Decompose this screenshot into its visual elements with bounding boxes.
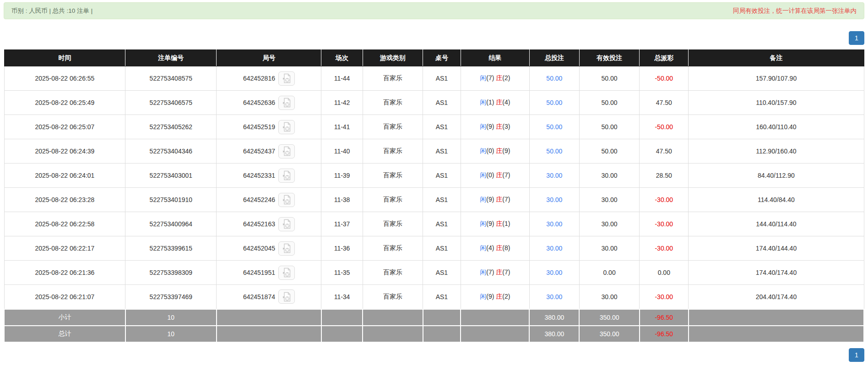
cell-remark: 84.40/112.90 [689,164,864,188]
cell-result: 闲(4) 庄(8) [461,236,529,261]
pagination-top: 1 [4,31,864,45]
cell-bet-number: 522753404346 [125,139,217,164]
cell-total-bet[interactable]: 50.00 [529,91,579,115]
cell-game-type: 百家乐 [363,139,423,164]
cell-total-bet[interactable]: 30.00 [529,212,579,236]
cell-payout: -30.00 [640,236,689,261]
round-number-text: 642452163 [243,220,275,228]
cell-valid-bet: 50.00 [579,139,639,164]
cell-result: 闲(1) 庄(4) [461,91,529,115]
subtotal-row: 小计 10 380.00 350.00 -96.50 [4,309,864,326]
cell-total-bet[interactable]: 50.00 [529,139,579,164]
video-replay-button[interactable] [278,217,295,231]
cell-bet-number: 522753403001 [125,164,217,188]
bet-records-table: 时间 注单编号 局号 场次 游戏类别 桌号 结果 总投注 有效投注 总派彩 备注… [4,49,864,343]
cell-table-number: AS1 [423,115,461,139]
cell-payout: 47.50 [640,139,689,164]
cell-table-number: AS1 [423,236,461,261]
header-payout: 总派彩 [640,50,689,66]
cell-payout: 0.00 [640,261,689,285]
header-session: 场次 [321,50,363,66]
cell-time: 2025-08-22 06:24:01 [4,164,125,188]
currency-summary-text: 币别 : 人民币 | 总共 :10 注单 | [11,7,92,15]
video-file-icon [282,292,291,302]
cell-session: 11-42 [321,91,363,115]
player-result-label: 闲 [480,98,486,106]
banker-result-label: 庄 [496,123,502,130]
header-time: 时间 [4,50,125,66]
player-result-label: 闲 [480,268,486,276]
video-file-icon [282,98,291,108]
cell-remark: 144.40/114.40 [689,212,864,236]
cell-result: 闲(0) 庄(7) [461,164,529,188]
cell-round-number: 642452437 [217,139,321,164]
cell-game-type: 百家乐 [363,91,423,115]
table-row: 2025-08-22 06:24:39 522753404346 6424524… [4,139,864,164]
video-replay-button[interactable] [278,96,295,110]
player-result-label: 闲 [480,196,486,203]
cell-remark: 204.40/174.40 [689,285,864,309]
cell-table-number: AS1 [423,66,461,91]
cell-remark: 110.40/157.90 [689,91,864,115]
cell-game-type: 百家乐 [363,188,423,212]
video-replay-button[interactable] [278,290,295,304]
cell-game-type: 百家乐 [363,285,423,309]
banker-result-label: 庄 [496,196,502,203]
cell-bet-number: 522753399615 [125,236,217,261]
table-row: 2025-08-22 06:23:28 522753401910 6424522… [4,188,864,212]
table-row: 2025-08-22 06:21:07 522753397469 6424518… [4,285,864,309]
cell-total-bet[interactable]: 30.00 [529,285,579,309]
video-replay-button[interactable] [278,120,295,134]
subtotal-label: 小计 [4,309,125,326]
round-number-text: 642452331 [243,172,275,179]
banker-result-label: 庄 [496,98,502,106]
cell-valid-bet: 30.00 [579,236,639,261]
cell-total-bet[interactable]: 30.00 [529,188,579,212]
round-number-text: 642452045 [243,245,275,252]
page-1-button-bottom[interactable]: 1 [849,348,864,362]
video-replay-button[interactable] [278,241,295,256]
video-replay-button[interactable] [278,169,295,183]
video-replay-button[interactable] [278,266,295,280]
cell-total-bet[interactable]: 30.00 [529,164,579,188]
header-valid-bet: 有效投注 [579,50,639,66]
video-file-icon [282,243,291,253]
cell-total-bet[interactable]: 30.00 [529,261,579,285]
cell-valid-bet: 30.00 [579,285,639,309]
total-payout: -96.50 [640,326,689,342]
cell-valid-bet: 30.00 [579,164,639,188]
cell-payout: -30.00 [640,188,689,212]
cell-valid-bet: 30.00 [579,188,639,212]
total-row: 总计 10 380.00 350.00 -96.50 [4,326,864,342]
round-number-text: 642452246 [243,196,275,203]
round-number-text: 642451874 [243,293,275,300]
cell-session: 11-41 [321,115,363,139]
table-row: 2025-08-22 06:25:49 522753406575 6424526… [4,91,864,115]
video-replay-button[interactable] [278,144,295,158]
subtotal-count: 10 [125,309,217,326]
cell-payout: -50.00 [640,115,689,139]
cell-time: 2025-08-22 06:25:07 [4,115,125,139]
cell-result: 闲(7) 庄(7) [461,261,529,285]
header-bet-number: 注单编号 [125,50,217,66]
video-replay-button[interactable] [278,193,295,207]
cell-total-bet[interactable]: 30.00 [529,236,579,261]
cell-session: 11-37 [321,212,363,236]
subtotal-payout: -96.50 [640,309,689,326]
header-table-number: 桌号 [423,50,461,66]
banker-result-label: 庄 [496,220,502,227]
cell-result: 闲(0) 庄(9) [461,139,529,164]
cell-table-number: AS1 [423,212,461,236]
player-result-label: 闲 [480,74,486,82]
cell-table-number: AS1 [423,164,461,188]
banker-result-label: 庄 [496,147,502,154]
cell-valid-bet: 0.00 [579,261,639,285]
page-1-button[interactable]: 1 [849,31,864,45]
subtotal-total-bet: 380.00 [529,309,579,326]
video-replay-button[interactable] [278,71,295,86]
cell-result: 闲(9) 庄(7) [461,188,529,212]
player-result-label: 闲 [480,147,486,154]
cell-total-bet[interactable]: 50.00 [529,115,579,139]
round-number-text: 642452437 [243,147,275,155]
cell-total-bet[interactable]: 50.00 [529,66,579,91]
